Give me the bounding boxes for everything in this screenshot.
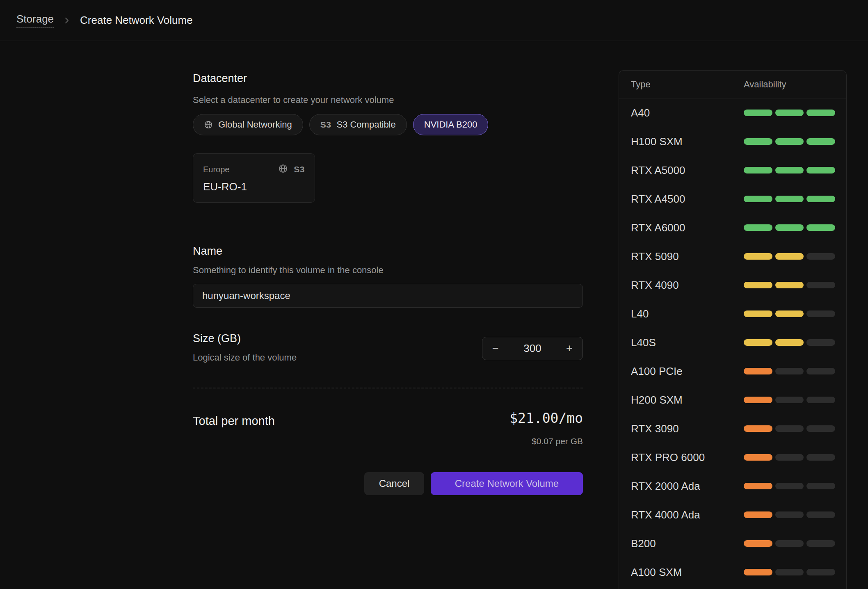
gpu-type-label: RTX 4000 Ada [631, 509, 744, 521]
gpu-type-label: L40S [631, 336, 744, 349]
availability-pill [806, 224, 835, 231]
availability-pill [744, 511, 772, 518]
availability-pill [775, 483, 804, 489]
availability-pill [744, 540, 772, 547]
availability-meter [744, 483, 835, 489]
availability-pill [744, 310, 772, 317]
gpu-type-label: A40 [631, 107, 744, 119]
gpu-availability-row: A100 SXM [619, 558, 846, 587]
availability-pill [806, 339, 835, 346]
breadcrumb-storage-link[interactable]: Storage [16, 13, 54, 28]
availability-pill [775, 196, 804, 202]
volume-name-input[interactable] [193, 284, 583, 308]
availability-pill [775, 540, 804, 547]
availability-pill [806, 397, 835, 403]
gpu-availability-row: H200 SXM [619, 386, 846, 414]
availability-pill [744, 483, 772, 489]
filter-chip-s3-compatible[interactable]: S3S3 Compatible [309, 114, 407, 135]
globe-icon [204, 120, 213, 129]
gpu-availability-row: RTX 5090 [619, 242, 846, 271]
availability-pill [744, 454, 772, 461]
filter-chip-nvidia-b200[interactable]: NVIDIA B200 [413, 114, 489, 135]
availability-pill [806, 425, 835, 432]
availability-pill [775, 454, 804, 461]
gpu-type-label: RTX A4500 [631, 193, 744, 205]
gpu-type-label: H200 SXM [631, 394, 744, 406]
gpu-type-label: H100 SXM [631, 135, 744, 148]
availability-pill [775, 167, 804, 174]
gpu-type-label: RTX 4090 [631, 279, 744, 292]
availability-pill [744, 110, 772, 116]
name-title: Name [193, 245, 222, 258]
gpu-availability-row: RTX PRO 6000 [619, 443, 846, 472]
unit-price: $0.07 per GB [532, 436, 583, 446]
gpu-type-label: B200 [631, 537, 744, 550]
create-network-volume-button[interactable]: Create Network Volume [431, 472, 583, 495]
gpu-availability-row: RTX 3090 [619, 414, 846, 443]
filter-chip-global-networking[interactable]: Global Networking [193, 114, 303, 135]
cancel-button[interactable]: Cancel [364, 472, 424, 495]
availability-meter [744, 540, 835, 547]
datacenter-card[interactable]: Europe S3 EU-RO-1 [193, 153, 315, 203]
availability-pill [775, 397, 804, 403]
availability-pill [744, 368, 772, 374]
gpu-type-label: L40 [631, 308, 744, 320]
availability-meter [744, 138, 835, 145]
gpu-availability-row: RTX 2000 Ada [619, 472, 846, 500]
datacenter-name: EU-RO-1 [203, 180, 305, 193]
availability-meter [744, 511, 835, 518]
filter-chip-label: S3 Compatible [336, 119, 395, 130]
gpu-availability-row: L40 [619, 299, 846, 328]
datacenter-subtitle: Select a datacenter to create your netwo… [193, 95, 394, 105]
availability-pill [744, 397, 772, 403]
filter-chip-label: NVIDIA B200 [424, 119, 477, 130]
gpu-availability-row: RTX A4500 [619, 185, 846, 213]
gpu-type-label: A100 PCIe [631, 365, 744, 378]
size-title: Size (GB) [193, 332, 241, 345]
gpu-availability-row: B200 [619, 529, 846, 558]
gpu-availability-panel: Type Availability A40H100 SXMRTX A5000RT… [619, 70, 847, 589]
availability-pill [744, 196, 772, 202]
availability-meter [744, 397, 835, 403]
gpu-type-label: RTX 3090 [631, 422, 744, 435]
availability-pill [806, 540, 835, 547]
gpu-type-label: A100 SXM [631, 566, 744, 579]
availability-pill [744, 425, 772, 432]
availability-meter [744, 253, 835, 260]
availability-pill [806, 569, 835, 575]
globe-icon [278, 164, 288, 175]
availability-pill [806, 196, 835, 202]
size-increment-button[interactable]: + [560, 337, 578, 360]
availability-pill [775, 368, 804, 374]
gpu-type-label: RTX A6000 [631, 221, 744, 234]
name-subtitle: Something to identify this volume in the… [193, 265, 384, 276]
gpu-availability-row: L40S [619, 328, 846, 357]
breadcrumb: Storage Create Network Volume [16, 13, 193, 28]
gpu-availability-row: A40 [619, 98, 846, 127]
availability-pill [806, 138, 835, 145]
availability-pill [806, 167, 835, 174]
breadcrumb-current-page: Create Network Volume [80, 14, 193, 27]
create-network-volume-form: Datacenter Select a datacenter to create… [193, 0, 583, 589]
gpu-availability-row: RTX 4090 [619, 271, 846, 299]
availability-pill [744, 224, 772, 231]
availability-pill [806, 454, 835, 461]
size-value[interactable]: 300 [523, 342, 541, 355]
gpu-type-label: RTX 5090 [631, 250, 744, 263]
gpu-availability-row: RTX A5000 [619, 156, 846, 185]
total-per-month-label: Total per month [193, 414, 275, 428]
availability-meter [744, 110, 835, 116]
availability-pill [775, 282, 804, 288]
availability-pill [775, 569, 804, 575]
size-decrement-button[interactable]: − [487, 337, 505, 360]
availability-pill [744, 138, 772, 145]
type-column-header: Type [631, 79, 744, 90]
availability-meter [744, 454, 835, 461]
availability-pill [744, 253, 772, 260]
availability-pill [806, 282, 835, 288]
availability-meter [744, 310, 835, 317]
availability-meter [744, 425, 835, 432]
availability-pill [775, 511, 804, 518]
availability-pill [775, 110, 804, 116]
availability-pill [744, 167, 772, 174]
